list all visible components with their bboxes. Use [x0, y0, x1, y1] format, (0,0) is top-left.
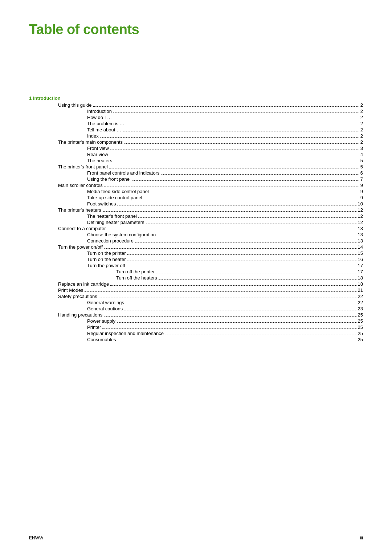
toc-item-page: 21: [358, 287, 363, 293]
toc-item-text: The problem is …: [87, 121, 124, 126]
toc-item-page: 25: [358, 331, 363, 336]
toc-item-text: General cautions: [87, 306, 123, 311]
toc-item: Turn on the heater16: [29, 257, 363, 262]
toc-item: Replace an ink cartridge18: [29, 281, 363, 287]
toc-item-text: Print Modes: [58, 287, 83, 293]
toc-item-text: How do I …: [87, 115, 112, 120]
toc-item-page: 18: [358, 281, 363, 287]
toc-item-page: 6: [360, 170, 363, 176]
toc-item-page: 9: [360, 195, 363, 200]
toc-item: Choose the system configuration13: [29, 232, 363, 237]
toc-item-dots: [104, 316, 356, 317]
toc-item-dots: [159, 279, 356, 279]
toc-item-page: 25: [358, 325, 363, 330]
toc-item-dots: [104, 187, 359, 187]
toc-item-dots: [114, 162, 359, 162]
toc-item-page: 25: [358, 337, 363, 342]
toc-item: Rear view4: [29, 152, 363, 157]
toc-item-dots: [107, 230, 356, 230]
toc-item: Print Modes21: [29, 287, 363, 293]
toc-item-page: 2: [360, 133, 363, 139]
toc-entries: Using this guide2Introduction2How do I ……: [29, 102, 363, 342]
toc-item: Main scroller controls9: [29, 183, 363, 188]
toc-item-text: Turn on the printer: [87, 250, 126, 256]
toc-item: Media feed side control panel9: [29, 189, 363, 194]
toc-item: Printer25: [29, 325, 363, 330]
toc-item: Turn the power on/off14: [29, 244, 363, 250]
toc-item: How do I …2: [29, 115, 363, 120]
toc-item-text: Using this guide: [58, 102, 92, 108]
toc-item-text: Front panel controls and indicators: [87, 170, 159, 176]
toc-item-text: Connection procedure: [87, 238, 134, 244]
toc-item: Turn off the printer17: [29, 269, 363, 274]
toc-item-text: Choose the system configuration: [87, 232, 156, 237]
toc-item-page: 17: [358, 263, 363, 268]
toc-item-text: Turn off the printer: [116, 269, 155, 274]
toc-item-dots: [104, 248, 356, 249]
toc-item-dots: [117, 205, 356, 205]
toc-item-dots: [124, 310, 356, 310]
toc-item: Defining heater parameters12: [29, 220, 363, 225]
toc-item-page: 23: [358, 306, 363, 311]
toc-item-page: 15: [358, 250, 363, 256]
toc-item-text: The printer's main components: [58, 139, 123, 145]
toc-item-text: Power supply: [87, 318, 115, 324]
toc-item: General warnings22: [29, 300, 363, 305]
toc-item-page: 2: [360, 109, 363, 114]
toc-item: Introduction2: [29, 109, 363, 114]
toc-item-page: 22: [358, 294, 363, 299]
toc-item: The heater's front panel12: [29, 213, 363, 219]
toc-item-dots: [100, 137, 359, 138]
toc-item: Connection procedure13: [29, 238, 363, 244]
toc-item-dots: [150, 193, 359, 193]
toc-item: Index2: [29, 133, 363, 139]
toc-item-text: Turn the power on/off: [58, 244, 103, 250]
toc-item-dots: [110, 285, 356, 286]
toc-item-dots: [126, 304, 356, 304]
toc-item: Consumables25: [29, 337, 363, 342]
toc-item-page: 14: [358, 244, 363, 250]
toc-item-dots: [85, 291, 356, 292]
toc-item-page: 2: [360, 139, 363, 145]
toc-item-dots: [126, 125, 359, 125]
toc-item-text: Main scroller controls: [58, 183, 103, 188]
toc-item-dots: [132, 180, 359, 181]
toc-item-dots: [110, 156, 359, 156]
toc-item: Regular inspection and maintenance25: [29, 331, 363, 336]
toc-item-dots: [103, 211, 356, 212]
toc-item-page: 12: [358, 220, 363, 225]
toc-item-dots: [117, 322, 356, 323]
toc-item: The printer's heaters12: [29, 207, 363, 213]
toc-item-text: Consumables: [87, 337, 116, 342]
section-heading: 1 Introduction: [29, 95, 363, 101]
toc-item-dots: [146, 224, 356, 224]
toc-item-page: 17: [358, 269, 363, 274]
toc-item-dots: [110, 150, 359, 150]
toc-item: The heaters5: [29, 158, 363, 163]
footer-left: ENWW: [29, 535, 43, 540]
toc-item: General cautions23: [29, 306, 363, 311]
toc-item-dots: [127, 267, 356, 267]
toc-item: Turn off the heaters18: [29, 275, 363, 281]
toc-item-text: Regular inspection and maintenance: [87, 331, 164, 336]
toc-item-page: 25: [358, 312, 363, 318]
toc-item-page: 2: [360, 121, 363, 126]
toc-item-dots: [138, 217, 356, 218]
toc-item-dots: [109, 168, 359, 168]
toc-item-dots: [144, 199, 359, 199]
toc-item: Foot switches10: [29, 201, 363, 207]
toc-item: Handling precautions25: [29, 312, 363, 318]
toc-item-text: The heater's front panel: [87, 213, 137, 219]
toc-item: Front view3: [29, 146, 363, 151]
toc-item-page: 18: [358, 275, 363, 281]
toc-item-page: 12: [358, 207, 363, 213]
toc-item-text: Defining heater parameters: [87, 220, 144, 225]
toc-item-text: Foot switches: [87, 201, 116, 207]
toc-item-page: 5: [360, 164, 363, 170]
toc-item-dots: [124, 143, 359, 144]
toc-item-text: Front view: [87, 146, 109, 151]
toc-item-dots: [127, 261, 356, 261]
toc-item-dots: [156, 273, 356, 273]
toc-item: Front panel controls and indicators6: [29, 170, 363, 176]
toc-item-text: Tell me about …: [87, 127, 121, 132]
